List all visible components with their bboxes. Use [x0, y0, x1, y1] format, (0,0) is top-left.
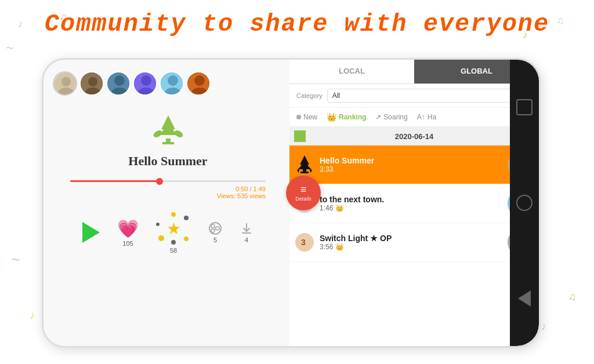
- avatar-3: [133, 71, 157, 96]
- music-player-panel: Hello Summer 0:50 / 1:49 Views: 535 view…: [44, 60, 293, 346]
- song-item-3[interactable]: 3 Switch Light ★ OP 3:56 👑: [289, 223, 539, 262]
- star-icon: ★: [166, 219, 181, 238]
- avatar-0: [53, 71, 77, 96]
- orbit-dot-5: [158, 235, 164, 241]
- phone-frame: Hello Summer 0:50 / 1:49 Views: 535 view…: [42, 58, 541, 348]
- nav-circle-icon[interactable]: [516, 195, 533, 211]
- avatar-4: [160, 71, 184, 96]
- download-count: 4: [245, 236, 248, 243]
- svg-marker-35: [297, 167, 300, 173]
- rank-badge-1: [294, 154, 315, 175]
- rank-1-icon: [294, 154, 315, 175]
- share-action[interactable]: 5: [208, 221, 222, 243]
- filter-tab-soaring[interactable]: ↗ Soaring: [375, 113, 407, 121]
- star-action[interactable]: ★ 58: [156, 211, 191, 254]
- orbit-dot-6: [156, 223, 160, 226]
- progress-container[interactable]: [70, 180, 266, 182]
- decor-note-5: ♪: [30, 310, 35, 322]
- svg-point-4: [88, 77, 97, 86]
- views-display: Views: 535 views: [70, 192, 266, 199]
- filter-tab-ranking[interactable]: 👑 Ranking: [327, 112, 366, 122]
- svg-text:3: 3: [301, 238, 306, 247]
- controls-area: 💗 105 ★ 58: [53, 211, 283, 254]
- date-left-square: [294, 130, 306, 142]
- star-container: ★: [156, 211, 191, 246]
- svg-point-16: [194, 75, 205, 86]
- song-info-2: to the next town. 1:46 👑: [320, 195, 508, 212]
- category-label: Category: [296, 92, 323, 99]
- svg-rect-32: [300, 172, 309, 173]
- avatar-row: [53, 71, 283, 96]
- decor-note-8: ♫: [568, 291, 577, 303]
- duration-text-1: 3:33: [320, 165, 333, 173]
- orbit-dot-2: [184, 216, 189, 220]
- nav-square-icon[interactable]: [516, 99, 533, 115]
- song-item-2[interactable]: 2 to the next town. 1:46 👑: [289, 184, 539, 223]
- decor-curve-2: 〜: [12, 255, 20, 265]
- category-bar: Category All ▾: [289, 84, 539, 108]
- page-title: Community to share with everyone: [0, 10, 594, 38]
- details-button[interactable]: ≡ Details: [286, 176, 321, 210]
- svg-rect-19: [162, 142, 174, 144]
- download-action[interactable]: 4: [240, 221, 253, 243]
- nav-back-icon[interactable]: [518, 290, 531, 307]
- progress-dot: [156, 178, 163, 185]
- svg-point-26: [216, 227, 219, 230]
- share-count: 5: [213, 236, 217, 243]
- song-list: Hello Summer 3:33 2 to: [289, 145, 539, 262]
- filter-ranking-label: Ranking: [339, 113, 366, 121]
- song-name-3: Switch Light ★ OP: [320, 234, 508, 243]
- orbit-dot-3: [184, 236, 189, 241]
- time-display: 0:50 / 1:49: [70, 185, 266, 192]
- svg-point-7: [114, 75, 125, 86]
- rank-3-icon: 3: [294, 232, 315, 253]
- svg-point-25: [211, 224, 215, 228]
- svg-point-13: [168, 75, 178, 86]
- details-icon: ≡: [300, 184, 307, 195]
- heart-count: 105: [122, 240, 133, 247]
- crown-icon: 👑: [327, 112, 336, 122]
- filter-tab-ha[interactable]: A↑ Ha: [417, 113, 436, 121]
- filter-new-label: New: [303, 113, 317, 121]
- category-value: All: [332, 92, 340, 100]
- filter-ha-label: Ha: [428, 113, 436, 121]
- song-name-1: Hello Summer: [320, 156, 508, 165]
- svg-point-1: [61, 77, 71, 86]
- duration-text-2: 1:46: [320, 204, 333, 212]
- rank3-crown-icon: 👑: [335, 243, 344, 251]
- song-item-1[interactable]: Hello Summer 3:33: [289, 145, 539, 184]
- ha-text-icon: A↑: [417, 113, 425, 121]
- svg-point-22: [152, 129, 163, 139]
- soaring-arrow-icon: ↗: [375, 113, 381, 121]
- song-info-3: Switch Light ★ OP 3:56 👑: [320, 234, 508, 251]
- svg-point-27: [211, 229, 215, 232]
- date-row: 2020-06-14: [289, 127, 539, 145]
- trophy-icon: [53, 113, 283, 148]
- filter-tab-new[interactable]: New: [296, 113, 317, 121]
- details-label: Details: [295, 196, 312, 202]
- svg-marker-36: [309, 167, 312, 173]
- avatar-2: [106, 71, 131, 96]
- song-duration-1: 3:33: [320, 165, 508, 173]
- decor-note-7: ♪: [541, 321, 546, 333]
- heart-action[interactable]: 💗 105: [117, 219, 139, 247]
- phone-nav-bar: [510, 60, 539, 346]
- star-count: 58: [170, 247, 177, 254]
- progress-track[interactable]: [70, 180, 266, 182]
- new-dot-icon: [296, 115, 301, 119]
- svg-point-23: [173, 129, 184, 139]
- play-button[interactable]: [82, 222, 100, 243]
- rank-badge-3: 3: [294, 232, 315, 253]
- category-select[interactable]: All ▾: [327, 89, 532, 103]
- progress-fill: [70, 180, 158, 182]
- song-duration-3: 3:56 👑: [320, 243, 508, 251]
- tab-local[interactable]: LOCAL: [289, 60, 414, 83]
- filter-soaring-label: Soaring: [383, 113, 407, 121]
- rankings-panel: LOCAL GLOBAL Category All ▾ New 👑 Rankin…: [289, 60, 539, 346]
- decor-curve-1: 〜: [6, 43, 14, 54]
- svg-point-10: [141, 75, 151, 86]
- heart-icon: 💗: [117, 219, 139, 239]
- song-info-1: Hello Summer 3:33: [320, 156, 508, 173]
- date-display: 2020-06-14: [395, 132, 434, 141]
- rank2-crown-icon: 👑: [335, 204, 344, 212]
